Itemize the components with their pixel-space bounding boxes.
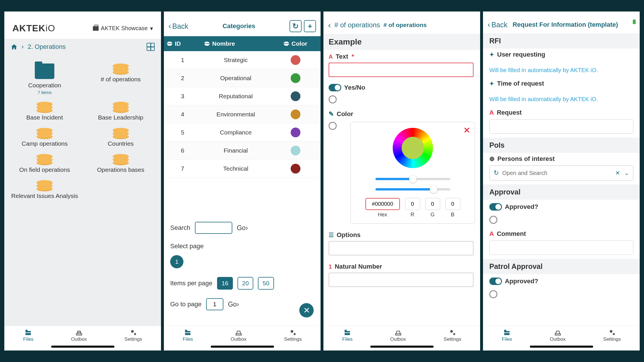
color-slider-2[interactable] xyxy=(375,188,450,190)
items-per-page-option[interactable]: 20 xyxy=(237,277,253,290)
back-button[interactable]: ‹Back xyxy=(168,22,188,31)
items-per-page-option[interactable]: 50 xyxy=(258,277,274,290)
hex-input[interactable] xyxy=(365,198,400,210)
sort-icon[interactable] xyxy=(167,41,172,47)
tab-files[interactable]: Files xyxy=(183,328,193,342)
item-label: Relevant Issues Analysis xyxy=(11,192,78,199)
chevron-left-icon: ‹ xyxy=(488,20,490,29)
search-input[interactable] xyxy=(195,222,232,234)
tab-settings[interactable]: Settings xyxy=(124,328,142,342)
refresh-button[interactable]: ↻ xyxy=(290,20,302,32)
folder-item[interactable]: Cooperation7 items xyxy=(7,61,82,98)
database-icon xyxy=(113,102,129,111)
tab-files[interactable]: Files xyxy=(342,328,352,342)
item-label: On field operations xyxy=(19,166,70,173)
folder-item[interactable]: Operations bases xyxy=(83,151,158,176)
svg-point-4 xyxy=(450,330,453,333)
folder-item[interactable]: Base Incident xyxy=(7,99,82,124)
options-input[interactable] xyxy=(329,241,474,255)
sort-icon[interactable] xyxy=(283,41,289,47)
section-rfi: RFI xyxy=(483,33,640,49)
cell-id: 5 xyxy=(164,125,201,140)
wand-icon: ✦ xyxy=(489,51,494,58)
tab-settings[interactable]: Settings xyxy=(284,328,302,342)
text-input[interactable] xyxy=(329,63,474,77)
table-row[interactable]: 5Compliance xyxy=(164,124,321,142)
grid-view-icon[interactable] xyxy=(147,43,155,51)
poi-search[interactable]: ↻ Open and Search ✕⌄ xyxy=(489,165,633,180)
back-button[interactable]: ‹Back xyxy=(488,20,507,29)
folder-item[interactable]: Base Leadership xyxy=(83,99,158,124)
text-field-icon: A xyxy=(489,109,494,116)
color-wheel[interactable] xyxy=(393,128,433,168)
tab-outbox[interactable]: Outbox xyxy=(550,328,566,342)
cell-name: Environmental xyxy=(201,107,270,122)
workspace-selector[interactable]: AKTEK Showcase ▾ xyxy=(93,25,153,32)
breadcrumb[interactable]: 2. Operations xyxy=(28,43,66,51)
close-fab[interactable]: ✕ xyxy=(299,303,314,317)
goto-button[interactable]: Go› xyxy=(228,301,239,308)
items-per-page-option[interactable]: 16 xyxy=(217,277,233,290)
tab-outbox[interactable]: Outbox xyxy=(71,328,87,342)
table-row[interactable]: 4Environmental xyxy=(164,105,321,124)
folder-item[interactable]: # of operations xyxy=(83,61,158,98)
folder-item[interactable]: Camp operations xyxy=(7,125,82,150)
close-icon[interactable]: ✕ xyxy=(463,126,470,135)
cell-id: 6 xyxy=(164,143,201,158)
patrol-approved-toggle[interactable] xyxy=(489,278,502,285)
persons-icon: ⊕ xyxy=(489,155,494,163)
app-logo: AKTEKiO xyxy=(12,23,55,34)
breadcrumb-parent[interactable]: # of operations xyxy=(334,21,380,29)
color-swatch xyxy=(291,164,300,174)
r-input[interactable] xyxy=(405,198,420,210)
status-indicator xyxy=(633,20,636,24)
section-pois: PoIs xyxy=(483,138,640,153)
patrol-approved-radio[interactable] xyxy=(489,290,497,298)
wand-icon: ✦ xyxy=(489,80,494,87)
color-swatch xyxy=(291,146,300,155)
breadcrumb-current: # of operations xyxy=(384,22,427,28)
b-input[interactable] xyxy=(445,198,460,210)
yesno-toggle[interactable] xyxy=(329,84,341,91)
table-row[interactable]: 6Financial xyxy=(164,142,321,160)
approved-radio[interactable] xyxy=(489,216,497,224)
svg-point-3 xyxy=(294,333,296,335)
clear-icon[interactable]: ✕ xyxy=(615,170,620,176)
add-button[interactable]: + xyxy=(304,20,316,32)
yesno-radio[interactable] xyxy=(329,95,337,103)
comment-input[interactable] xyxy=(489,240,633,255)
approved-toggle[interactable] xyxy=(489,203,502,211)
color-swatch xyxy=(291,73,300,83)
sort-icon[interactable] xyxy=(204,41,210,47)
goto-page-input[interactable] xyxy=(206,298,223,310)
color-radio[interactable] xyxy=(329,122,337,130)
chevron-down-icon[interactable]: ⌄ xyxy=(624,170,629,176)
folder-item[interactable]: On field operations xyxy=(7,151,82,176)
tab-outbox[interactable]: Outbox xyxy=(231,328,246,342)
tab-outbox[interactable]: Outbox xyxy=(390,328,406,342)
tab-files[interactable]: Files xyxy=(23,328,33,342)
section-title: Example xyxy=(323,34,480,50)
text-field-icon: A xyxy=(489,230,494,238)
table-row[interactable]: 2Operational xyxy=(164,69,321,87)
chevron-left-icon: ‹ xyxy=(168,22,171,31)
database-icon xyxy=(113,128,129,137)
color-slider-1[interactable] xyxy=(375,178,450,180)
search-go-button[interactable]: Go› xyxy=(237,224,248,232)
tab-settings[interactable]: Settings xyxy=(603,328,621,342)
natural-number-input[interactable] xyxy=(329,273,474,287)
home-icon[interactable] xyxy=(11,43,18,50)
back-button[interactable]: ‹ xyxy=(328,20,331,30)
page-button[interactable]: 1 xyxy=(170,255,183,268)
request-input[interactable] xyxy=(489,119,633,134)
folder-item[interactable]: Countries xyxy=(83,125,158,150)
table-row[interactable]: 7Technical xyxy=(164,160,321,178)
g-input[interactable] xyxy=(425,198,440,210)
goto-page-label: Go to page xyxy=(170,301,202,308)
tab-settings[interactable]: Settings xyxy=(444,328,461,342)
tab-files[interactable]: Files xyxy=(502,328,512,342)
folder-item[interactable]: Relevant Issues Analysis xyxy=(7,177,82,202)
table-row[interactable]: 3Reputational xyxy=(164,87,321,105)
table-row[interactable]: 1Strategic xyxy=(164,51,321,69)
cell-name: Compliance xyxy=(201,125,270,140)
